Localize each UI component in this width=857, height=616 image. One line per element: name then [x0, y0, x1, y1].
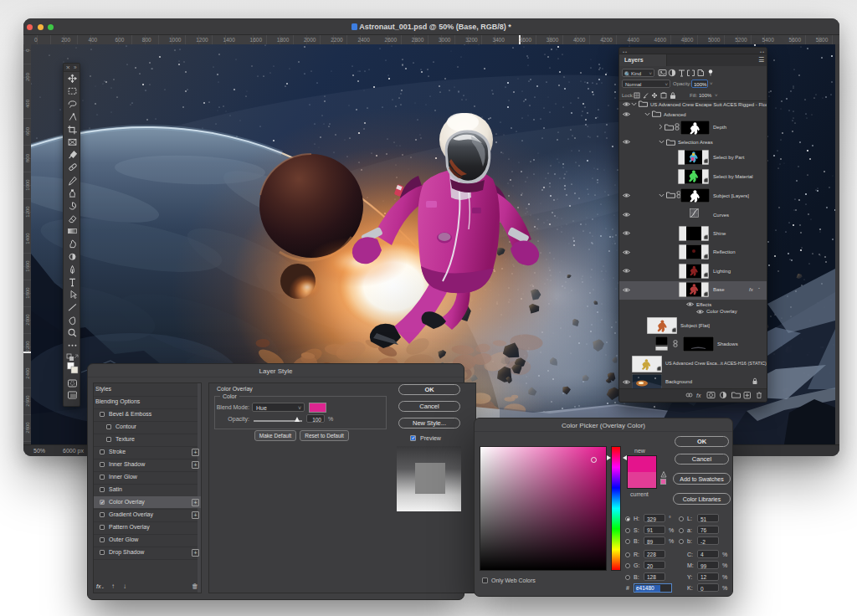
- svg-text:fx: fx: [696, 393, 701, 398]
